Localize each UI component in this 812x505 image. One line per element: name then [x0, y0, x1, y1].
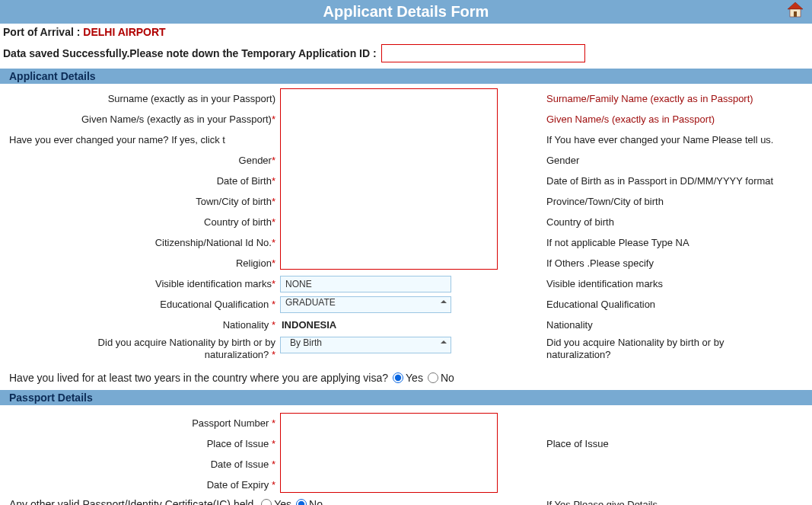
- svg-marker-0: [788, 2, 803, 9]
- education-select[interactable]: GRADUATE: [280, 296, 451, 313]
- section-applicant-details: Applicant Details: [0, 69, 812, 84]
- two-years-yes-radio[interactable]: [393, 372, 403, 383]
- passport-form-area: Passport Number * Place of Issue * Place…: [0, 405, 812, 495]
- page-header: Applicant Details Form: [0, 0, 812, 24]
- saved-message-row: Data saved Successfully.Please note down…: [0, 41, 812, 69]
- label-education: Educational Qualification *: [9, 299, 280, 310]
- label-citizenship-id: Citizenship/National Id No.*: [9, 237, 280, 248]
- hint-religion: If Others .Please specify: [524, 257, 803, 269]
- label-two-years: Have you lived for at least two years in…: [9, 372, 388, 384]
- label-surname: Surname (exactly as in your Passport): [9, 93, 280, 104]
- two-years-no-label: No: [441, 372, 454, 384]
- svg-rect-2: [794, 11, 797, 17]
- port-of-arrival-row: Port of Arrival : DELHI AIRPORT: [0, 24, 812, 41]
- port-label: Port of Arrival :: [3, 26, 83, 38]
- two-years-row: Have you lived for at least two years in…: [0, 367, 812, 390]
- label-date-issue: Date of Issue *: [9, 459, 280, 470]
- label-given-name: Given Name/s (exactly as in your Passpor…: [9, 113, 280, 125]
- applicant-form-area: Surname (exactly as in your Passport) Su…: [0, 84, 812, 367]
- hint-education: Educational Qualification: [524, 299, 803, 310]
- acquire-nationality-select[interactable]: By Birth: [280, 337, 451, 353]
- nationality-value: INDONESIA: [280, 319, 336, 331]
- two-years-yes-label: Yes: [406, 372, 423, 384]
- other-passport-no-label: No: [309, 498, 323, 505]
- other-passport-row: Any other valid Passport/Identity Certif…: [0, 495, 812, 505]
- home-icon[interactable]: [786, 2, 804, 22]
- label-passport-number: Passport Number *: [9, 417, 280, 429]
- hint-country-birth: Country of birth: [524, 216, 803, 228]
- hint-other-passport: If Yes Please give Details: [530, 499, 809, 506]
- hint-given-name: Given Name/s (exactly as in Passport): [524, 113, 803, 125]
- section-passport-details: Passport Details: [0, 390, 812, 405]
- label-country-birth: Country of birth*: [9, 216, 280, 228]
- id-marks-input[interactable]: [280, 276, 451, 292]
- temp-app-id-box: [381, 44, 585, 62]
- saved-message: Data saved Successfully.Please note down…: [3, 47, 377, 59]
- label-name-changed: Have you ever changed your name? If yes,…: [9, 134, 280, 145]
- label-acquire-nationality: Did you acquire Nationality by birth or …: [9, 335, 280, 362]
- label-date-expiry: Date of Expiry *: [9, 479, 280, 491]
- other-passport-no-radio[interactable]: [296, 499, 307, 505]
- label-town: Town/City of birth*: [9, 196, 280, 207]
- label-other-passport: Any other valid Passport/Identity Certif…: [9, 498, 256, 505]
- label-place-issue: Place of Issue *: [9, 438, 280, 449]
- page-title: Applicant Details Form: [323, 3, 489, 20]
- two-years-no-radio[interactable]: [428, 372, 438, 383]
- hint-name-changed: If You have ever changed your Name Pleas…: [524, 134, 803, 145]
- label-dob: Date of Birth*: [9, 175, 280, 187]
- other-passport-yes-label: Yes: [274, 498, 291, 505]
- port-value: DELHI AIRPORT: [83, 26, 165, 38]
- hint-dob: Date of Birth as in Passport in DD/MM/YY…: [524, 175, 803, 187]
- hint-place-issue: Place of Issue: [524, 438, 803, 449]
- hint-citizenship-id: If not applicable Please Type NA: [524, 237, 803, 248]
- hint-gender: Gender: [524, 155, 803, 166]
- label-gender: Gender*: [9, 155, 280, 166]
- hint-surname: Surname/Family Name (exactly as in Passp…: [524, 93, 803, 104]
- hint-town: Province/Town/City of birth: [524, 196, 803, 207]
- label-nationality: Nationality *: [9, 319, 280, 331]
- hint-id-marks: Visible identification marks: [524, 278, 803, 289]
- hint-nationality: Nationality: [524, 319, 803, 331]
- label-id-marks: Visible identification marks*: [9, 278, 280, 289]
- hint-acquire-nationality: Did you acquire Nationality by birth or …: [524, 335, 803, 362]
- other-passport-yes-radio[interactable]: [261, 499, 272, 505]
- label-religion: Religion*: [9, 257, 280, 269]
